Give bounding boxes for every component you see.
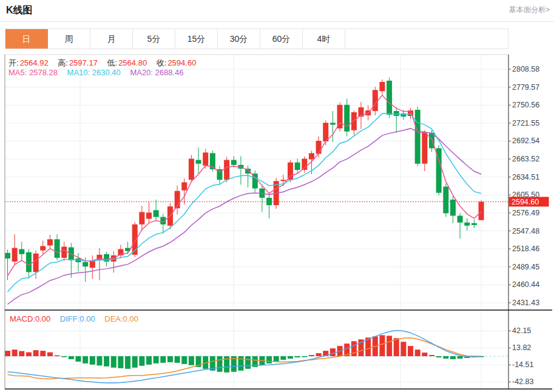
low-label: 低:: [107, 58, 118, 67]
candles-layer: [5, 78, 484, 282]
ma10-line: [8, 113, 482, 292]
open-value: 2564.92: [20, 58, 49, 67]
ma10-line: [8, 113, 482, 292]
low-value: 2564.80: [118, 58, 147, 67]
current-price-badge: 2594.60: [509, 197, 549, 206]
close-label: 收:: [157, 58, 167, 67]
svg-text:2750.56: 2750.56: [512, 101, 539, 109]
svg-text:-42.83: -42.83: [512, 377, 533, 386]
svg-text:2692.54: 2692.54: [512, 137, 539, 145]
high-value: 2597.17: [69, 58, 98, 67]
open-label: 开:: [8, 58, 19, 67]
svg-text:2663.52: 2663.52: [512, 155, 539, 163]
svg-text:2779.57: 2779.57: [512, 83, 539, 92]
close-value: 2594.60: [167, 58, 196, 67]
chart-frame: [5, 55, 552, 389]
svg-text:2431.43: 2431.43: [512, 299, 539, 307]
macd-axis-labels: 42.1513.82-14.51-42.83: [508, 326, 533, 386]
diff-legend-value: DIFF:0.00: [60, 314, 95, 323]
ma5-legend-value: MA5: 2578.28: [8, 68, 58, 77]
svg-text:13.82: 13.82: [512, 343, 531, 352]
ma20-legend-value: MA20: 2688.46: [130, 68, 183, 77]
high-label: 高:: [58, 58, 68, 67]
svg-text:42.15: 42.15: [512, 326, 531, 335]
svg-text:2808.58: 2808.58: [512, 65, 539, 73]
ohlc-legend: 开:2564.92 高:2597.17 低:2564.80 收:2594.60: [8, 58, 203, 69]
ma10-legend-value: MA10: 2630.40: [67, 68, 121, 77]
dea-legend-value: DEA:0.00: [104, 314, 138, 323]
svg-text:2547.48: 2547.48: [512, 227, 539, 235]
macd-histogram: [5, 335, 484, 372]
ma20-line: [8, 129, 482, 305]
macd-legend: MACD:0.00 DIFF:0.00 DEA:0.00: [10, 314, 146, 323]
kline-app: K线图 基本面分析> 日 周 月 5分 15分 30分 60分 4时 2808.…: [0, 0, 554, 392]
svg-text:2576.49: 2576.49: [512, 209, 539, 217]
svg-text:2518.46: 2518.46: [512, 245, 539, 253]
macd-legend-value: MACD:0.00: [10, 314, 50, 323]
svg-text:2489.45: 2489.45: [512, 263, 539, 271]
ma-legend: MA5: 2578.28 MA10: 2630.40 MA20: 2688.46: [8, 68, 191, 77]
svg-text:2634.51: 2634.51: [512, 173, 539, 181]
svg-text:-14.51: -14.51: [512, 360, 533, 369]
svg-text:2594.60: 2594.60: [512, 198, 539, 206]
grid-lines: [5, 55, 508, 389]
price-axis-labels: 2808.582779.572750.562721.552692.542663.…: [508, 65, 539, 307]
svg-text:2460.44: 2460.44: [512, 280, 539, 289]
ma20-line: [8, 129, 482, 305]
svg-text:2721.55: 2721.55: [512, 119, 539, 127]
